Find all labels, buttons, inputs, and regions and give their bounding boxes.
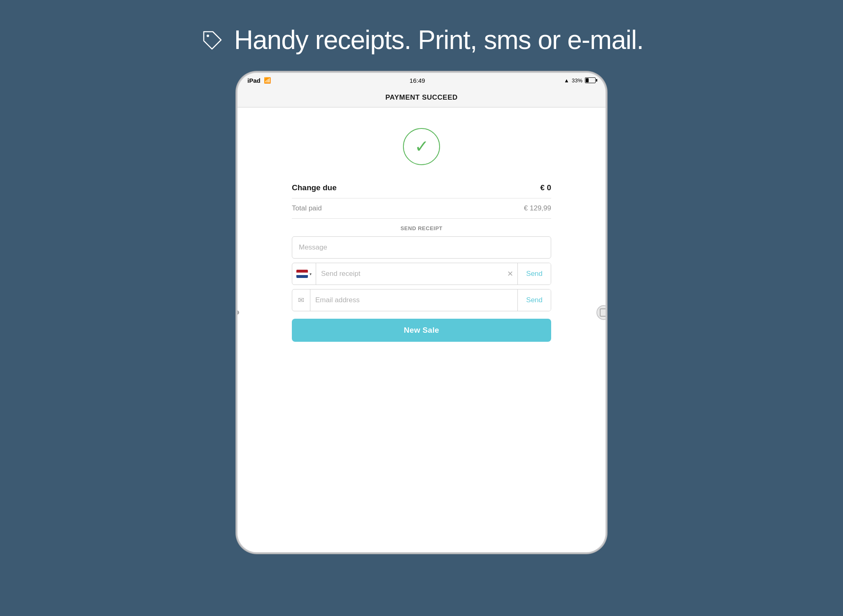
change-due-amount: € 0 [540,183,551,192]
tag-icon [200,28,224,52]
send-receipt-label: SEND RECEIPT [292,219,551,236]
send-email-button[interactable]: Send [517,289,551,311]
battery-icon [585,77,596,83]
total-paid-label: Total paid [292,204,322,212]
wifi-icon: 📶 [264,77,271,84]
status-time: 16:49 [410,77,425,84]
success-circle: ✓ [403,128,440,165]
nav-title: PAYMENT SUCCEED [385,93,458,102]
heading-text: Handy receipts. Print, sms or e-mail. [234,25,643,55]
new-sale-button[interactable]: New Sale [292,319,551,342]
clear-sms-icon[interactable]: ✕ [503,269,517,278]
change-due-label: Change due [292,183,337,192]
email-input[interactable] [310,289,517,311]
location-icon: ▲ [564,77,569,84]
content-area: ✓ Change due € 0 Total paid € 129,99 SEN… [238,107,605,552]
device-name: iPad [247,77,261,84]
change-due-row: Change due € 0 [292,177,551,198]
chevron-down-icon: ▾ [310,272,312,276]
flag-selector[interactable]: ▾ [292,263,316,285]
message-input-wrap [292,236,551,259]
email-icon-wrap: ✉ [292,289,310,311]
send-sms-button[interactable]: Send [517,263,551,285]
message-input[interactable] [292,236,551,259]
checkmark-icon: ✓ [415,138,429,155]
status-right: ▲ 33% [564,77,596,84]
email-icon: ✉ [298,296,304,305]
payment-info: Change due € 0 Total paid € 129,99 SEND … [292,177,551,236]
nav-bar: PAYMENT SUCCEED [238,88,605,107]
email-row: ✉ Send [292,289,551,311]
total-paid-row: Total paid € 129,99 [292,198,551,219]
flag-nl [296,270,308,278]
battery-percent: 33% [572,77,582,84]
total-paid-amount: € 129,99 [524,204,551,212]
svg-point-0 [207,35,209,37]
status-left: iPad 📶 [247,77,271,84]
top-heading: Handy receipts. Print, sms or e-mail. [200,25,643,55]
battery-fill [586,78,589,82]
home-button-inner [600,308,607,317]
sms-row: ▾ ✕ Send [292,263,551,285]
sms-input[interactable] [316,263,503,285]
status-bar: iPad 📶 16:49 ▲ 33% [238,73,605,88]
ipad-frame: iPad 📶 16:49 ▲ 33% PAYMENT SUCCEED ✓ Cha… [236,72,607,553]
